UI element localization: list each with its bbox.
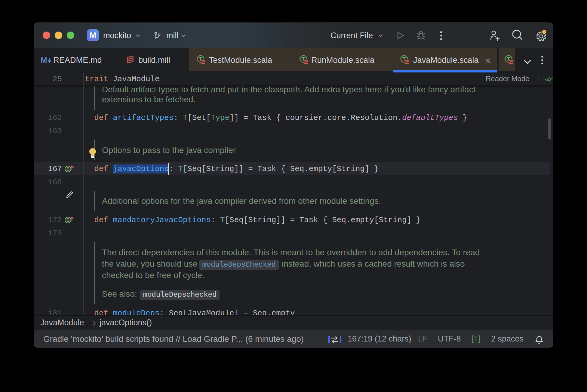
svg-text:M: M bbox=[41, 56, 47, 65]
